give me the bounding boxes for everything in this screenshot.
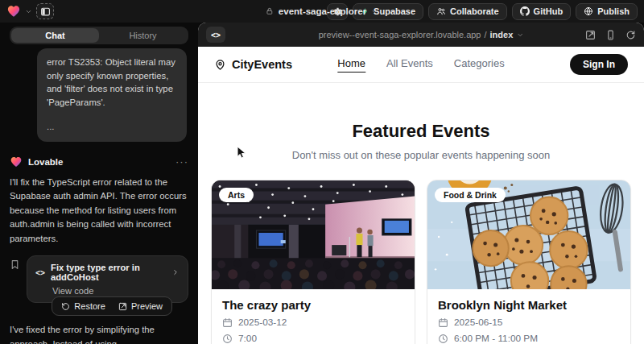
preview-url: preview--event-saga-explorer.lovable.app (319, 30, 481, 39)
section-heading: Featured Events (198, 121, 644, 142)
supabase-label: Supabase (374, 6, 415, 16)
event-title: Brooklyn Night Market (438, 298, 620, 312)
message-menu-button[interactable]: ··· (175, 155, 188, 168)
bookmark-icon[interactable] (10, 259, 20, 270)
preview-panel: <> preview--event-saga-explorer.lovable.… (198, 23, 644, 344)
publish-label: Publish (597, 6, 630, 16)
site-header: CityEvents Home All Events Categories Si… (198, 47, 644, 83)
site-nav: Home All Events Categories (337, 57, 504, 73)
sidebar-toggle-button[interactable] (36, 3, 54, 19)
event-image-cookies: Food & Drink (427, 180, 630, 289)
assistant-header: Lovable ··· (10, 155, 188, 168)
sign-in-button[interactable]: Sign In (570, 54, 628, 75)
chevron-down-icon (516, 31, 523, 39)
section-subheading: Don't miss out on these popular events h… (198, 149, 644, 161)
event-image-conference: Arts (212, 180, 415, 289)
user-message-ellipsis: ... (47, 120, 177, 134)
assistant-name: Lovable (28, 157, 63, 167)
open-in-new-tab-button[interactable] (585, 30, 596, 40)
event-cards: Arts The crazy party 2025-03-12 7:00 Bar… (211, 180, 631, 344)
preview-site: CityEvents Home All Events Categories Si… (198, 47, 644, 344)
view-code-link[interactable]: View code (52, 286, 180, 296)
category-badge: Food & Drink (435, 188, 506, 202)
user-message-text: error TS2353: Object literal may only sp… (47, 56, 177, 110)
clock-icon (438, 334, 448, 344)
event-title: The crazy party (222, 298, 404, 312)
url-separator: / (484, 30, 486, 39)
site-brand[interactable]: CityEvents (214, 58, 292, 71)
restore-label: Restore (74, 301, 105, 311)
category-badge: Arts (219, 188, 254, 202)
collaborate-button[interactable]: Collaborate (428, 3, 507, 20)
featured-section: Featured Events Don't miss out on these … (198, 121, 644, 161)
lovable-avatar-icon (10, 155, 23, 168)
tab-chat[interactable]: Chat (11, 28, 99, 43)
lock-icon (266, 7, 274, 15)
github-icon (520, 6, 530, 16)
version-actions: Restore Preview (52, 296, 172, 316)
assistant-paragraph-2: I've fixed the error by simplifying the … (10, 323, 188, 344)
preview-url-bar[interactable]: preview--event-saga-explorer.lovable.app… (319, 30, 524, 39)
github-button[interactable]: GitHub (512, 3, 572, 20)
publish-globe-icon (584, 6, 593, 16)
fix-card-title: Fix type type error in addCoHost (51, 263, 166, 282)
user-message-bubble: error TS2353: Object literal may only sp… (37, 48, 187, 142)
tab-history[interactable]: History (99, 28, 187, 43)
event-date: 2025-06-15 (454, 317, 502, 328)
github-label: GitHub (534, 6, 564, 16)
preview-icon (118, 302, 127, 311)
assistant-paragraph-1: I'll fix the TypeScript error related to… (10, 176, 188, 247)
app-top-bar: event-saga-explorer Supabase Collaborate (0, 0, 644, 23)
calendar-icon (438, 317, 448, 328)
project-name: event-saga-explorer (279, 6, 366, 16)
event-time: 7:00 (238, 333, 257, 344)
event-date: 2025-03-12 (238, 317, 287, 328)
event-time: 6:00 PM - 11:00 PM (454, 333, 538, 344)
chevron-down-icon[interactable] (25, 8, 32, 15)
refresh-button[interactable] (625, 30, 636, 40)
preview-label: Preview (131, 301, 163, 311)
calendar-icon (222, 317, 233, 328)
nav-categories[interactable]: Categories (454, 57, 505, 73)
code-icon: <> (35, 268, 45, 277)
nav-all-events[interactable]: All Events (386, 57, 433, 73)
sidebar-tabs: Chat History (10, 27, 188, 44)
chevron-right-icon (171, 268, 180, 276)
map-pin-icon (214, 59, 226, 71)
restore-icon (61, 302, 70, 311)
event-card-arts[interactable]: Arts The crazy party 2025-03-12 7:00 Bar… (211, 180, 415, 344)
collaborate-icon (436, 6, 446, 16)
clock-icon (222, 334, 233, 344)
preview-toolbar: <> preview--event-saga-explorer.lovable.… (198, 23, 644, 47)
code-view-button[interactable]: <> (206, 27, 225, 43)
collaborate-label: Collaborate (450, 6, 499, 16)
event-card-food-drink[interactable]: Food & Drink Brooklyn Night Market 2025-… (427, 180, 631, 344)
project-switcher[interactable]: event-saga-explorer (266, 6, 378, 16)
restore-button[interactable]: Restore (56, 300, 110, 313)
publish-button[interactable]: Publish (576, 3, 638, 20)
site-brand-label: CityEvents (232, 58, 292, 71)
preview-button[interactable]: Preview (114, 300, 167, 313)
lovable-logo-icon[interactable] (6, 4, 21, 19)
nav-home[interactable]: Home (337, 57, 365, 73)
preview-path: index (490, 30, 514, 39)
mobile-view-button[interactable] (605, 30, 616, 40)
chevron-down-icon (371, 8, 378, 15)
chat-sidebar: Chat History error TS2353: Object litera… (0, 23, 196, 344)
